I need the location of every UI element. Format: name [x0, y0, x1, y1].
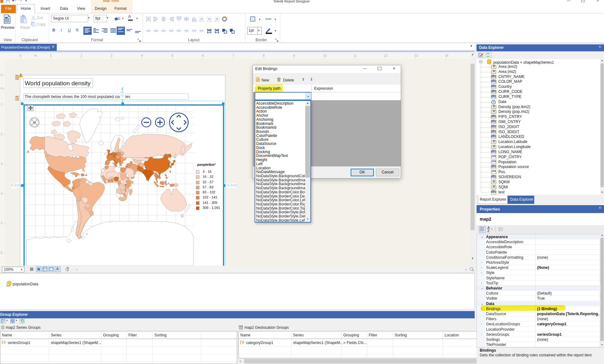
svg-text:csv: csv	[7, 284, 10, 286]
